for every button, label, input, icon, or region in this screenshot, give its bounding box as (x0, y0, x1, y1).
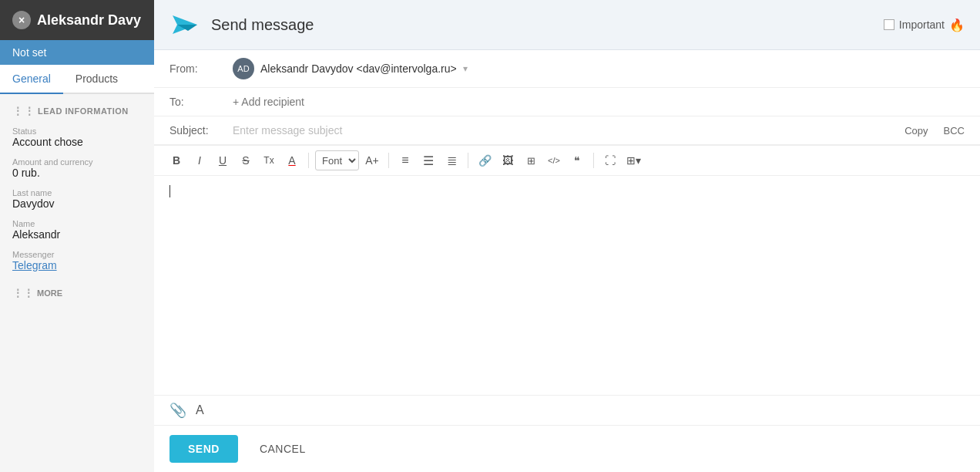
font-size-button[interactable]: A+ (362, 150, 382, 170)
underline-button[interactable]: U (213, 150, 233, 170)
text-format-icon[interactable]: A (196, 403, 204, 417)
font-color-button[interactable]: A (282, 150, 302, 170)
important-area: Important 🔥 (884, 18, 965, 32)
important-checkbox[interactable] (884, 19, 894, 30)
send-message-dialog: Send message Important 🔥 From: AD Aleksa… (154, 0, 980, 472)
subject-label: Subject: (169, 124, 223, 137)
from-dropdown-icon[interactable]: ▾ (463, 63, 468, 74)
to-label: To: (169, 96, 223, 108)
unordered-list-button[interactable]: ☰ (418, 150, 438, 170)
from-label: From: (169, 62, 223, 75)
message-editor[interactable] (154, 176, 980, 395)
sidebar: × Aleksandr Davy Not set General Product… (0, 0, 154, 472)
field-messenger: Messenger Telegram (0, 245, 154, 276)
toolbar-divider-4 (593, 153, 594, 168)
action-bar: SEND CANCEL (154, 425, 980, 472)
toolbar-divider-2 (388, 153, 389, 168)
copy-bcc-area: Copy BCC (904, 125, 965, 137)
more-options-button[interactable]: ⊞▾ (623, 150, 643, 170)
copy-btn[interactable]: Copy (904, 125, 928, 137)
send-button[interactable]: SEND (169, 435, 238, 463)
subject-row: Subject: Copy BCC (154, 116, 980, 145)
sidebar-title: Aleksandr Davy (37, 12, 141, 29)
subject-input[interactable] (233, 124, 895, 137)
lead-section-title: ⋮⋮ LEAD INFORMATION (0, 94, 154, 122)
from-row: From: AD Aleksandr Davydov <dav@intervol… (154, 50, 980, 88)
attach-icon[interactable]: 📎 (169, 402, 186, 419)
bold-button[interactable]: B (166, 150, 186, 170)
clear-format-button[interactable]: Tx (259, 150, 279, 170)
toolbar-divider-3 (468, 153, 468, 168)
cursor (169, 185, 170, 197)
dialog-header: Send message Important 🔥 (154, 0, 980, 50)
not-set-bar: Not set (0, 40, 154, 65)
from-value: AD Aleksandr Davydov <dav@intervolga.ru>… (233, 58, 965, 79)
field-name: Name Aleksandr (0, 214, 154, 245)
quote-button[interactable]: ❝ (567, 150, 587, 170)
font-select[interactable]: Font (315, 150, 359, 170)
tab-products[interactable]: Products (63, 65, 130, 93)
dialog-title: Send message (211, 16, 873, 34)
important-label: Important (899, 19, 945, 31)
editor-toolbar: B I U S Tx A Font A+ ≡ ☰ ≣ 🔗 🖼 ⊞ </> ❝ ⛶… (154, 145, 980, 176)
bottom-toolbar: 📎 A (154, 395, 980, 425)
bcc-btn[interactable]: BCC (944, 125, 965, 137)
table-button[interactable]: ⊞ (521, 150, 541, 170)
sidebar-header: × Aleksandr Davy (0, 0, 154, 40)
close-button[interactable]: × (12, 11, 31, 29)
field-status: Status Account chose (0, 122, 154, 153)
form-area: From: AD Aleksandr Davydov <dav@intervol… (154, 50, 980, 472)
code-button[interactable]: </> (544, 150, 564, 170)
more-dots-icon: ⋮⋮ (12, 287, 34, 299)
link-button[interactable]: 🔗 (475, 150, 495, 170)
ordered-list-button[interactable]: ≡ (395, 150, 415, 170)
italic-button[interactable]: I (190, 150, 210, 170)
section-dots-icon: ⋮⋮ (12, 105, 35, 117)
image-button[interactable]: 🖼 (498, 150, 518, 170)
more-section: ⋮⋮ MORE (0, 276, 154, 304)
fire-icon: 🔥 (949, 18, 965, 32)
tab-general[interactable]: General (0, 65, 63, 94)
strikethrough-button[interactable]: S (236, 150, 256, 170)
from-name: Aleksandr Davydov <dav@intervolga.ru> (260, 62, 457, 75)
to-row: To: (154, 88, 980, 116)
cancel-button[interactable]: CANCEL (247, 435, 318, 463)
avatar: AD (233, 58, 254, 79)
fullscreen-button[interactable]: ⛶ (600, 150, 620, 170)
sidebar-tabs: General Products (0, 65, 154, 94)
send-message-icon (169, 9, 200, 40)
toolbar-divider-1 (308, 153, 309, 168)
field-lastname: Last name Davydov (0, 184, 154, 214)
align-button[interactable]: ≣ (441, 150, 461, 170)
to-input[interactable] (233, 96, 965, 108)
field-amount: Amount and currency 0 rub. (0, 153, 154, 184)
